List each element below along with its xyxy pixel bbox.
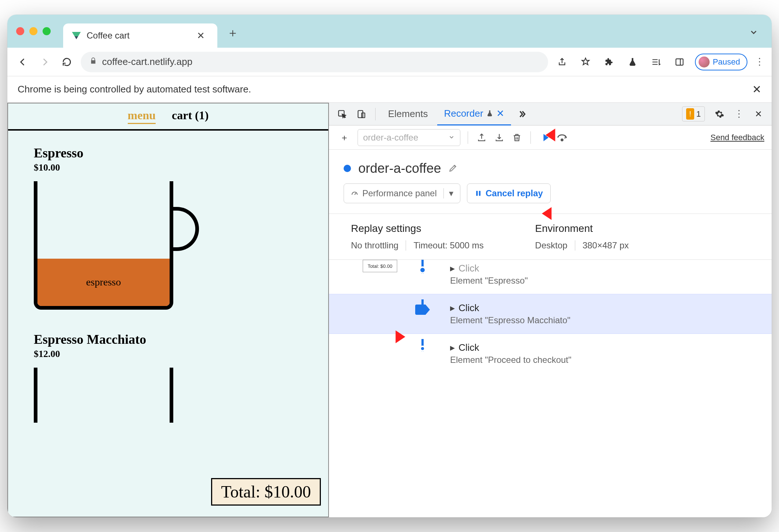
url-text: coffee-cart.netlify.app <box>102 56 192 68</box>
page-nav: menu cart (1) <box>8 103 328 131</box>
step-element: Element "Espresso Macchiato" <box>450 315 764 325</box>
step-element: Element "Proceed to checkout" <box>450 355 764 365</box>
close-infobar-icon[interactable]: ✕ <box>752 83 761 96</box>
settings-icon[interactable] <box>711 106 728 122</box>
throttling-value[interactable]: No throttling <box>351 240 406 251</box>
address-bar: coffee-cart.netlify.app Paus <box>7 48 772 76</box>
viewport-value[interactable]: 380×487 px <box>583 240 636 251</box>
product-title: Espresso Macchiato <box>34 332 302 347</box>
window-close-icon[interactable] <box>16 27 24 35</box>
bookmark-icon[interactable] <box>577 54 594 70</box>
issues-button[interactable]: ! 1 <box>682 106 705 121</box>
nav-menu-link[interactable]: menu <box>128 109 156 124</box>
steps-timeline: Total: $0.00 ▸Click Element "Espresso" ▸… <box>329 260 772 517</box>
products-area: Espresso $10.00 espresso Espresso Macchi… <box>8 131 328 459</box>
send-feedback-link[interactable]: Send feedback <box>710 133 764 142</box>
forward-button[interactable] <box>37 54 53 70</box>
new-recording-button[interactable]: ＋ <box>336 130 352 146</box>
edit-name-icon[interactable] <box>448 161 458 176</box>
inspect-icon[interactable] <box>334 106 350 122</box>
more-tabs-icon[interactable] <box>514 106 530 122</box>
tab-elements[interactable]: Elements <box>381 103 434 125</box>
environment-title: Environment <box>535 223 636 234</box>
annotation-arrow-icon <box>542 203 574 224</box>
replay-settings-title: Replay settings <box>351 223 491 234</box>
total-badge[interactable]: Total: $10.00 <box>211 478 321 506</box>
device-mode-icon[interactable] <box>353 106 369 122</box>
lock-icon <box>90 57 97 67</box>
close-devtools-icon[interactable]: ✕ <box>750 106 767 122</box>
toolbar-right: Paused ⋮ <box>554 54 764 70</box>
cancel-replay-button[interactable]: Cancel replay <box>467 183 551 203</box>
sidepanel-icon[interactable] <box>671 54 688 70</box>
product-cup-espresso[interactable]: espresso <box>34 181 302 310</box>
new-tab-button[interactable]: ＋ <box>227 25 239 41</box>
svg-rect-0 <box>676 59 684 65</box>
product-price: $12.00 <box>34 349 302 360</box>
step-element: Element "Espresso" <box>450 276 764 286</box>
product-price: $10.00 <box>34 162 302 173</box>
recording-selector[interactable]: order-a-coffee <box>358 129 460 146</box>
paused-label: Paused <box>713 57 740 67</box>
window-zoom-icon[interactable] <box>43 27 51 35</box>
recording-status-icon <box>344 165 351 172</box>
performance-panel-label: Performance panel <box>362 188 437 198</box>
share-icon[interactable] <box>554 54 570 70</box>
product-title: Espresso <box>34 145 302 161</box>
pause-icon <box>475 190 482 197</box>
close-tab-icon[interactable]: ✕ <box>193 30 209 41</box>
svg-rect-5 <box>476 191 478 196</box>
page-viewport: menu cart (1) Espresso $10.00 espresso E… <box>7 103 329 517</box>
chevron-down-icon <box>448 132 455 143</box>
annotation-arrow-icon <box>546 125 578 145</box>
traffic-lights <box>16 27 51 35</box>
performance-panel-button[interactable]: Performance panel ▾ <box>344 183 460 203</box>
timeout-value[interactable]: Timeout: 5000 ms <box>413 240 491 251</box>
window-minimize-icon[interactable] <box>29 27 37 35</box>
devtools-panel: Elements Recorder ✕ ! 1 <box>329 103 772 517</box>
tabs-dropdown-icon[interactable] <box>744 28 763 39</box>
import-icon[interactable] <box>493 131 506 144</box>
devtools-tabs: Elements Recorder ✕ ! 1 <box>329 103 772 125</box>
delete-icon[interactable] <box>511 131 523 144</box>
labs-icon[interactable] <box>624 54 641 70</box>
flask-icon <box>486 110 493 117</box>
nav-cart-link[interactable]: cart (1) <box>172 109 209 124</box>
export-icon[interactable] <box>475 131 488 144</box>
tab-recorder[interactable]: Recorder ✕ <box>437 103 511 125</box>
step-row[interactable]: Total: $0.00 ▸Click Element "Espresso" <box>329 260 772 294</box>
gauge-icon <box>351 189 359 197</box>
browser-tab[interactable]: Coffee cart ✕ <box>63 23 217 48</box>
titlebar: Coffee cart ✕ ＋ <box>7 15 772 48</box>
chrome-menu-icon[interactable]: ⋮ <box>755 56 764 68</box>
info-bar-text: Chrome is being controlled by automated … <box>18 84 251 95</box>
issues-count: 1 <box>696 109 701 119</box>
recording-header: order-a-coffee <box>329 150 772 183</box>
extensions-icon[interactable] <box>601 54 617 70</box>
device-value[interactable]: Desktop <box>535 240 575 251</box>
devtools-menu-icon[interactable]: ⋮ <box>734 108 744 120</box>
recording-name: order-a-coffee <box>358 161 441 176</box>
annotation-arrow-icon <box>373 327 405 347</box>
content-area: menu cart (1) Espresso $10.00 espresso E… <box>7 103 772 517</box>
recording-selector-value: order-a-coffee <box>363 132 418 143</box>
reading-list-icon[interactable] <box>648 54 664 70</box>
cup-fill-label: espresso <box>37 259 170 306</box>
automation-info-bar: Chrome is being controlled by automated … <box>7 76 772 103</box>
reload-button[interactable] <box>59 54 75 70</box>
avatar-icon <box>699 57 710 68</box>
profile-paused-button[interactable]: Paused <box>695 54 747 70</box>
warning-icon: ! <box>686 108 694 120</box>
svg-rect-2 <box>358 110 363 118</box>
close-tab-icon[interactable]: ✕ <box>496 108 504 119</box>
step-thumbnail: Total: $0.00 <box>363 260 397 272</box>
svg-rect-6 <box>479 191 480 196</box>
step-action: Click <box>459 302 479 314</box>
tab-title: Coffee cart <box>87 30 187 41</box>
product-cup-macchiato[interactable] <box>34 368 302 423</box>
browser-window: Coffee cart ✕ ＋ coffee-cart.netlify.app <box>7 15 772 517</box>
step-action: Click <box>459 342 479 353</box>
back-button[interactable] <box>15 54 31 70</box>
url-input[interactable]: coffee-cart.netlify.app <box>81 52 548 72</box>
current-step-marker-icon <box>415 305 430 315</box>
